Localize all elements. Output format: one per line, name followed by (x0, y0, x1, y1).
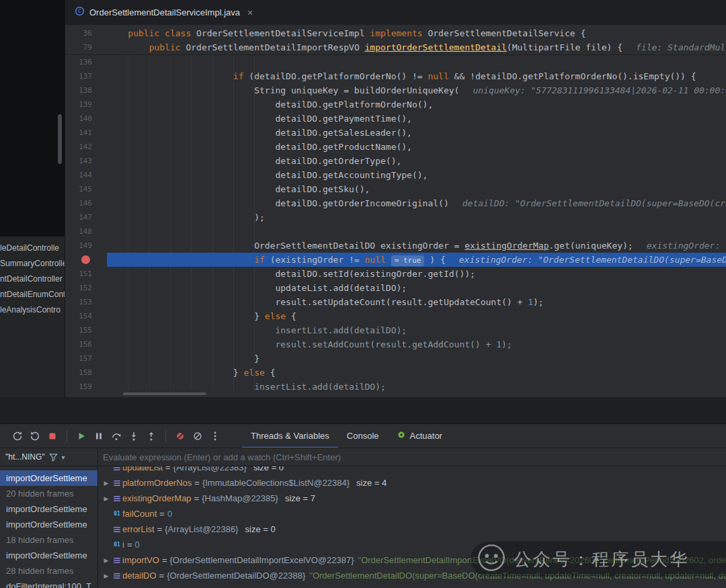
step-into-icon[interactable] (126, 428, 142, 444)
frame-item[interactable]: doFilterInternal:100, T (0, 579, 97, 588)
code-line-141[interactable]: 141 detailDO.getSalesLeader(), (65, 126, 726, 140)
line-number[interactable]: 159 (65, 380, 107, 394)
left-panel-item[interactable]: leAnalysisContro (0, 302, 65, 318)
code-line-151[interactable]: 151 detailDO.setId(existingOrder.getId()… (65, 267, 726, 281)
funnel-icon[interactable] (48, 452, 58, 462)
tab-console[interactable]: Console (338, 424, 388, 448)
variable-row[interactable]: updateList={ArrayList@22383}size = 0 (101, 466, 726, 475)
line-number[interactable]: 136 (65, 55, 107, 69)
variable-row[interactable]: ▶platformOrderNos={ImmutableCollections$… (101, 475, 726, 491)
line-number[interactable]: 148 (65, 224, 107, 239)
frame-item[interactable]: 18 hidden frames (0, 532, 97, 548)
code-line-148[interactable]: 148 (65, 224, 726, 239)
line-number[interactable]: 153 (65, 295, 107, 309)
more-icon[interactable] (207, 428, 223, 444)
line-number[interactable]: 145 (65, 182, 107, 196)
code-line-158[interactable]: 158 } else { (65, 366, 726, 380)
evaluate-expression-input[interactable]: Evaluate expression (Enter) or add a wat… (98, 448, 726, 466)
reload-icon[interactable] (27, 428, 43, 444)
frame-item[interactable]: 20 hidden frames (0, 486, 97, 501)
code-line-36[interactable]: 36 public class OrderSettlementDetailSer… (65, 26, 726, 40)
code-line-143[interactable]: 143 detailDO.getOrderType(), (65, 154, 726, 168)
code-line-159[interactable]: 159 insertList.add(detailDO); (65, 380, 726, 394)
thread-selector[interactable]: "ht...NING" ▾ (0, 448, 98, 466)
stop-icon[interactable] (44, 428, 61, 444)
line-number[interactable]: 156 (65, 337, 107, 351)
frame-item[interactable]: importOrderSettleme (0, 517, 97, 532)
variable-row[interactable]: 01i=0 (101, 537, 726, 552)
step-out-icon[interactable] (143, 428, 159, 444)
line-number[interactable]: 141 (65, 126, 107, 140)
code-line-147[interactable]: 147 ); (65, 210, 726, 224)
expand-chevron-icon[interactable]: ▶ (101, 480, 112, 487)
code-line-146[interactable]: 146 detailDO.getOrderIncomeOriginal()det… (65, 196, 726, 210)
line-number[interactable]: 137 (65, 69, 107, 83)
pause-icon[interactable] (91, 428, 107, 444)
frame-item[interactable]: 28 hidden frames (0, 563, 97, 579)
code-line-79[interactable]: 79 public OrderSettlementDetailImportRes… (65, 40, 726, 55)
code-line-137[interactable]: 137 if (detailDO.getPlatformOrderNo() !=… (65, 69, 726, 83)
line-number[interactable]: 140 (65, 112, 107, 126)
frame-item[interactable]: importOrderSettleme (0, 470, 97, 486)
left-panel-item[interactable]: SummaryControlle (0, 256, 65, 271)
line-number[interactable]: 157 (65, 351, 107, 366)
line-number[interactable]: 143 (65, 154, 107, 168)
line-number[interactable]: 149 (65, 239, 107, 253)
code-line-150[interactable]: if (existingOrder != null = true ) {exis… (65, 253, 726, 267)
tab-close-icon[interactable]: × (247, 8, 253, 17)
line-number[interactable]: 138 (65, 83, 107, 97)
rerun-icon[interactable] (9, 428, 26, 444)
code-line-142[interactable]: 142 detailDO.getProductName(), (65, 140, 726, 154)
code-line-152[interactable]: 152 updateList.add(detailDO); (65, 281, 726, 295)
code-line-138[interactable]: 138 String uniqueKey = buildOrderUniqueK… (65, 83, 726, 97)
left-panel-item[interactable]: ntDetailEnumCont (0, 287, 65, 302)
code-line-149[interactable]: 149 OrderSettlementDetailDO existingOrde… (65, 239, 726, 253)
line-number[interactable]: 142 (65, 140, 107, 154)
variable-row[interactable]: errorList={ArrayList@22386}size = 0 (101, 521, 726, 537)
line-number[interactable]: 158 (65, 366, 107, 380)
line-number[interactable]: 151 (65, 267, 107, 281)
code-line-136[interactable]: 136 (65, 55, 726, 69)
code-line-153[interactable]: 153 result.setUpdateCount(result.getUpda… (65, 295, 726, 309)
code-line-154[interactable]: 154 } else { (65, 309, 726, 323)
code-editor[interactable]: 36 public class OrderSettlementDetailSer… (65, 25, 726, 397)
tab-threads-variables[interactable]: Threads & Variables (242, 424, 338, 448)
line-number[interactable]: 154 (65, 309, 107, 323)
variable-row[interactable]: ▶existingOrderMap={HashMap@22385}size = … (101, 491, 726, 506)
editor-tab[interactable]: C OrderSettlementDetailServiceImpl.java … (67, 0, 261, 25)
scrollbar-thumb[interactable] (58, 114, 62, 164)
expand-chevron-icon[interactable]: ▶ (101, 557, 112, 564)
variable-row[interactable]: ▶importVO={OrderSettlementDetailImportEx… (101, 552, 726, 568)
frame-item[interactable]: importOrderSettleme (0, 548, 97, 563)
code-line-139[interactable]: 139 detailDO.getPlatformOrderNo(), (65, 97, 726, 112)
expand-chevron-icon[interactable]: ▶ (101, 495, 112, 502)
line-number[interactable]: 36 (65, 26, 107, 40)
horizontal-scrollbar[interactable] (65, 392, 726, 396)
line-number[interactable]: 79 (65, 40, 107, 54)
tab-actuator[interactable]: Actuator (388, 424, 451, 448)
horizontal-scrollbar-thumb[interactable] (123, 392, 206, 395)
code-line-144[interactable]: 144 detailDO.getAccountingType(), (65, 168, 726, 182)
expand-chevron-icon[interactable]: ▶ (101, 573, 112, 579)
line-number[interactable]: 152 (65, 281, 107, 295)
variable-row[interactable]: ▶detailDO={OrderSettlementDetailDO@22388… (101, 568, 726, 583)
frame-item[interactable]: importOrderSettleme (0, 501, 97, 517)
line-number[interactable] (65, 253, 107, 267)
line-number[interactable]: 155 (65, 323, 107, 337)
line-number[interactable]: 139 (65, 97, 107, 112)
breakpoint-icon[interactable] (81, 255, 90, 264)
resume-icon[interactable] (73, 428, 89, 444)
left-panel-item[interactable]: ntDetailController (0, 271, 65, 287)
variable-row[interactable]: 01failCount=0 (101, 506, 726, 521)
line-number[interactable]: 144 (65, 168, 107, 182)
line-number[interactable]: 147 (65, 210, 107, 224)
code-line-156[interactable]: 156 result.setAddCount(result.getAddCoun… (65, 337, 726, 351)
line-number[interactable]: 146 (65, 196, 107, 210)
view-breakpoints-icon[interactable] (190, 428, 206, 444)
code-line-157[interactable]: 157 } (65, 351, 726, 366)
mute-breakpoints-icon[interactable] (172, 428, 188, 444)
step-over-icon[interactable] (108, 428, 124, 444)
left-panel-item[interactable]: leDetailControlle (0, 241, 65, 256)
code-line-145[interactable]: 145 detailDO.getSku(), (65, 182, 726, 196)
code-line-140[interactable]: 140 detailDO.getPaymentTime(), (65, 112, 726, 126)
